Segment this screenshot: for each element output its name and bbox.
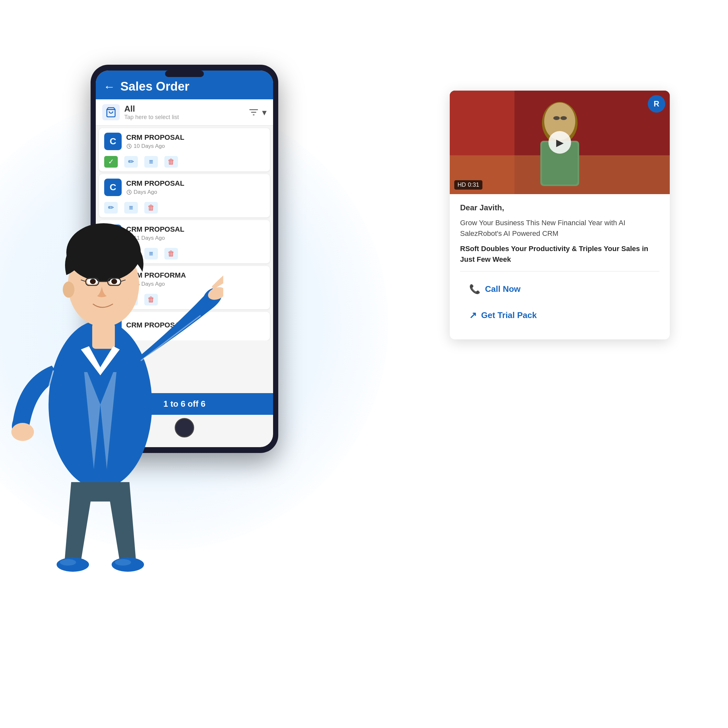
email-text-2: RSoft Doubles Your Productivity & Triple…: [460, 243, 659, 265]
trial-icon: ↗: [469, 310, 477, 321]
person-svg: [0, 113, 223, 599]
svg-rect-28: [92, 323, 115, 349]
email-greeting: Dear Javith,: [460, 203, 659, 212]
video-duration: HD 0:31: [454, 180, 482, 190]
call-label: Call Now: [485, 284, 521, 294]
svg-point-33: [115, 559, 131, 566]
brand-logo: R: [648, 95, 665, 113]
person-illustration: [0, 113, 223, 599]
phone-notch: [165, 70, 204, 77]
filter-all-label: All: [124, 104, 244, 114]
video-play-button[interactable]: ▶: [548, 131, 571, 154]
filter-icons: ▾: [248, 107, 267, 118]
svg-point-32: [60, 559, 76, 566]
duration-text: 0:31: [468, 182, 479, 188]
email-body: Dear Javith, Grow Your Business This New…: [450, 194, 670, 340]
svg-point-18: [63, 281, 74, 298]
back-button[interactable]: ←: [104, 80, 115, 93]
svg-point-29: [11, 423, 34, 441]
svg-point-13: [560, 116, 567, 120]
email-text-1: Grow Your Business This New Financial Ye…: [460, 217, 659, 239]
chevron-down-icon[interactable]: ▾: [262, 107, 267, 118]
filter-icon[interactable]: [248, 107, 259, 118]
call-icon: 📞: [469, 284, 480, 294]
trial-label: Get Trial Pack: [481, 310, 537, 320]
svg-point-20: [90, 279, 96, 284]
hd-badge: HD: [457, 182, 466, 188]
svg-point-22: [111, 279, 117, 284]
svg-point-12: [553, 116, 560, 120]
trial-pack-button[interactable]: ↗ Get Trial Pack: [460, 304, 659, 326]
screen-title: Sales Order: [120, 80, 265, 93]
video-thumbnail[interactable]: ▶ HD 0:31 R: [450, 90, 670, 194]
email-card: ▶ HD 0:31 R Dear Javith, Grow Your Busin…: [450, 90, 670, 340]
call-now-button[interactable]: 📞 Call Now: [460, 278, 659, 300]
